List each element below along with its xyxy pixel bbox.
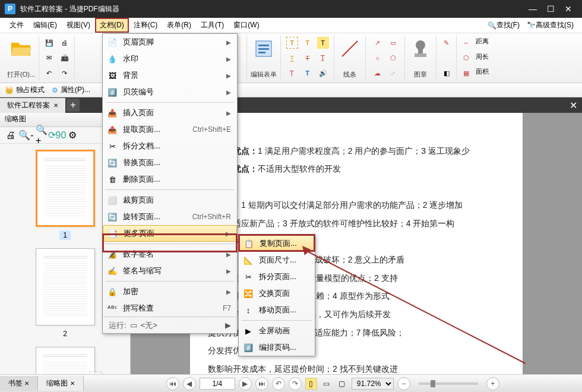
menu-item-9[interactable]: 🗑删除页面... [103, 171, 237, 188]
thumb-zoom-out-icon[interactable]: 🔍- [20, 129, 32, 141]
area-icon[interactable]: ▦ [460, 67, 472, 79]
menu-item-12[interactable]: 🔄旋转页面...Ctrl+Shift+R [103, 208, 237, 225]
page-input[interactable] [200, 378, 235, 390]
next-page-button[interactable]: ▶ [239, 377, 252, 390]
text-underline-icon[interactable]: T [286, 52, 298, 64]
close-tab-icon[interactable]: ✕ [53, 102, 58, 109]
menu-comment[interactable]: 注释(C) [129, 18, 163, 33]
close-button[interactable]: ✕ [559, 2, 577, 16]
scan-icon[interactable]: 📠 [59, 52, 71, 64]
zoom-out-button[interactable]: − [397, 377, 410, 390]
submenu-item-0[interactable]: 📋复制页面... [239, 235, 315, 252]
text-dotted-icon[interactable]: Ṭ [286, 67, 298, 79]
fit-page-icon[interactable]: ▯ [305, 378, 317, 390]
polyline-icon[interactable]: ⟋ [387, 67, 399, 79]
menu-item-1[interactable]: 💧水印▶ [103, 50, 237, 67]
first-page-button[interactable]: ⏮ [166, 377, 179, 390]
doc-tab[interactable]: 软件工程答案 ✕ [0, 98, 65, 113]
thumb-zoom-in-icon[interactable]: 🔍+ [36, 129, 48, 141]
menu-file[interactable]: 文件 [5, 18, 29, 33]
cloud-icon[interactable]: ☁ [372, 67, 384, 79]
menu-item-5[interactable]: 📥插入页面▶ [103, 105, 237, 121]
sound-icon[interactable]: 🔊 [317, 67, 329, 79]
redo-icon[interactable]: ↷ [59, 67, 71, 79]
line-icon[interactable] [338, 37, 362, 61]
submenu-item-3[interactable]: 🔀交换页面 [239, 285, 315, 302]
nav-fwd-button[interactable]: ↷ [289, 377, 302, 390]
prev-page-button[interactable]: ◀ [183, 377, 196, 390]
menu-document[interactable]: 文档(D) [95, 18, 129, 33]
close-icon[interactable]: ✕ [24, 380, 29, 387]
add-tab-button[interactable]: + [67, 99, 80, 112]
undo-icon[interactable]: ↶ [43, 67, 55, 79]
stamp-icon[interactable] [409, 37, 432, 61]
highlight-icon[interactable]: T [317, 37, 329, 49]
thumb-item[interactable]: 1 [33, 150, 98, 240]
zoom-slider[interactable] [419, 382, 478, 385]
fit-width-icon[interactable]: ▭ [321, 378, 333, 390]
status-tab-bookmark[interactable]: 书签 ✕ [0, 376, 38, 391]
thumb-gear-icon[interactable]: ⚙ [67, 129, 78, 141]
perimeter-icon[interactable]: ⬡ [460, 52, 472, 64]
menu-item-2[interactable]: 🖼背景▶ [103, 67, 237, 84]
thumb-page-1[interactable] [36, 150, 95, 227]
menu-item-11[interactable]: ⬜裁剪页面 [103, 192, 237, 208]
submenu-item-4[interactable]: ↕移动页面... [239, 302, 315, 318]
menu-tools[interactable]: 工具(T) [196, 18, 229, 33]
find-button[interactable]: 🔍 查找(F) [484, 19, 523, 31]
close-icon[interactable]: ✕ [70, 380, 75, 387]
run-row[interactable]: 运行: ▭ <无> ▶ [103, 317, 237, 333]
properties-button[interactable]: ⚙ 属性(P)... [52, 85, 90, 95]
distance-icon[interactable]: ↔ [460, 37, 472, 49]
status-tab-thumb[interactable]: 缩略图 ✕ [38, 376, 83, 391]
thumb-rotate-icon[interactable]: ⟳90 [51, 129, 63, 141]
submenu-item-7[interactable]: #️⃣编排页码... [239, 339, 315, 356]
thumb-item[interactable] [33, 347, 98, 374]
menu-item-19[interactable]: ᴬᴮᶜ拼写检查F7 [103, 300, 237, 317]
menu-window[interactable]: 窗口(W) [229, 18, 264, 33]
fit-actual-icon[interactable]: ▢ [336, 378, 348, 390]
menu-edit[interactable]: 编辑(E) [29, 18, 62, 33]
maximize-button[interactable]: ☐ [542, 2, 559, 16]
adv-find-button[interactable]: 🔭 高级查找(S) [523, 19, 577, 31]
thumb-page-2[interactable] [36, 248, 95, 325]
eraser-icon[interactable]: ◧ [441, 67, 453, 79]
text-out-icon[interactable]: T [302, 37, 314, 49]
form-icon[interactable] [252, 37, 276, 61]
text-box-icon[interactable]: T [286, 37, 298, 49]
exclusive-mode-button[interactable]: 👑 独占模式 [5, 85, 45, 95]
menu-item-13[interactable]: 📑更多页面▶ [103, 225, 237, 242]
text-wave-icon[interactable]: T̰ [317, 52, 329, 64]
menu-item-18[interactable]: 🔒加密▶ [103, 283, 237, 300]
polygon-icon[interactable]: ⬠ [387, 52, 399, 64]
pencil-icon[interactable]: ✎ [441, 37, 453, 49]
menu-item-6[interactable]: 📤提取页面...Ctrl+Shift+E [103, 121, 237, 138]
submenu-item-2[interactable]: ✂拆分页面... [239, 268, 315, 285]
submenu-item-6[interactable]: ▶全屏动画 [239, 323, 315, 339]
menu-item-3[interactable]: #️⃣贝茨编号▶ [103, 84, 237, 100]
open-icon[interactable] [10, 37, 33, 61]
print-icon[interactable]: 🖨 [59, 37, 71, 49]
mail-icon[interactable]: ✉ [43, 52, 55, 64]
oval-icon[interactable]: ○ [372, 52, 384, 64]
tabs-close-icon[interactable]: ✕ [565, 100, 582, 111]
zoom-select[interactable]: 91.72% [352, 378, 394, 390]
thumb-print-icon[interactable]: 🖨 [5, 129, 17, 141]
save-icon[interactable]: 💾 [43, 37, 55, 49]
menu-item-7[interactable]: ✂拆分文档... [103, 138, 237, 154]
text-blue-icon[interactable]: T [302, 67, 314, 79]
last-page-button[interactable]: ⏭ [255, 377, 268, 390]
menu-form[interactable]: 表单(R) [162, 18, 196, 33]
arrow-icon[interactable]: ↗ [372, 37, 384, 49]
menu-item-8[interactable]: 🔄替换页面... [103, 154, 237, 171]
submenu-item-1[interactable]: 📐页面尺寸... [239, 252, 315, 268]
zoom-in-button[interactable]: + [486, 377, 499, 390]
menu-view[interactable]: 视图(V) [62, 18, 95, 33]
thumb-item[interactable]: 2 [33, 248, 98, 339]
nav-back-button[interactable]: ↶ [272, 377, 285, 390]
text-strike-icon[interactable]: T [302, 52, 314, 64]
menu-item-16[interactable]: ✍签名与缩写▶ [103, 263, 237, 279]
rect-icon[interactable]: ▭ [387, 37, 399, 49]
menu-item-15[interactable]: 🔏数字签名▶ [103, 246, 237, 263]
menu-item-0[interactable]: 📄页眉页脚▶ [103, 34, 237, 50]
